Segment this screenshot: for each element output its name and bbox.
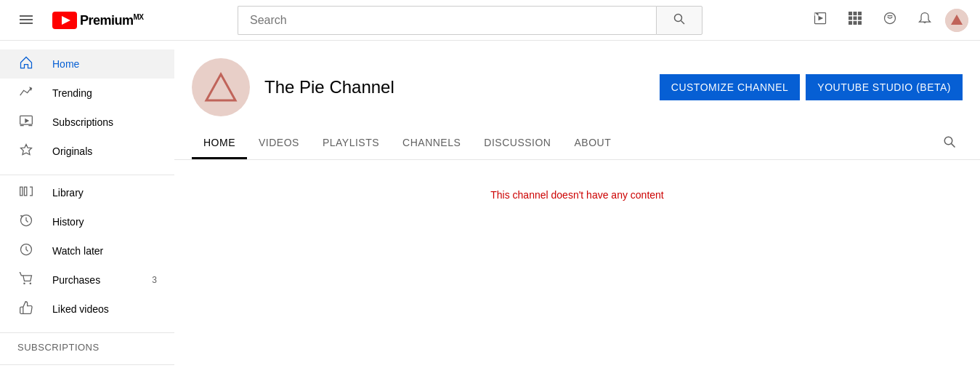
sidebar-item-library[interactable]: Library xyxy=(0,178,174,207)
svg-rect-0 xyxy=(20,15,33,17)
sidebar-item-purchases[interactable]: Purchases 3 xyxy=(0,265,174,295)
svg-rect-19 xyxy=(858,21,862,25)
liked-videos-icon xyxy=(17,300,35,319)
svg-rect-12 xyxy=(854,12,857,15)
subscriptions-icon xyxy=(17,113,35,132)
svg-point-5 xyxy=(675,15,682,22)
sidebar-item-subscriptions-label: Subscriptions xyxy=(52,116,113,128)
youtube-logo-icon xyxy=(52,12,77,29)
menu-button[interactable] xyxy=(12,6,41,35)
messages-icon xyxy=(883,11,897,29)
svg-rect-11 xyxy=(849,12,852,15)
svg-point-37 xyxy=(944,137,952,145)
svg-point-35 xyxy=(30,282,32,284)
subscriptions-section-title: SUBSCRIPTIONS xyxy=(0,336,174,356)
svg-point-34 xyxy=(23,282,25,284)
apps-button[interactable] xyxy=(841,6,870,35)
svg-rect-2 xyxy=(20,23,33,24)
svg-rect-30 xyxy=(20,187,23,196)
brand-name: PremiumMX xyxy=(80,14,144,27)
channel-name: The Pie Channel xyxy=(264,77,394,97)
channel-info: The Pie Channel xyxy=(264,77,394,97)
history-icon xyxy=(17,213,35,231)
channel-header: The Pie Channel CUSTOMIZE CHANNEL YOUTUB… xyxy=(174,41,980,128)
search-input[interactable] xyxy=(238,6,656,35)
channel-actions: CUSTOMIZE CHANNEL YOUTUBE STUDIO (BETA) xyxy=(660,74,963,100)
tab-about[interactable]: ABOUT xyxy=(562,128,623,159)
svg-marker-36 xyxy=(206,74,235,100)
watch-later-icon xyxy=(17,242,35,260)
svg-rect-15 xyxy=(854,17,857,20)
header-right xyxy=(806,6,968,35)
upload-button[interactable] xyxy=(806,6,835,35)
hamburger-icon xyxy=(20,12,33,28)
sidebar-item-purchases-label: Purchases xyxy=(52,274,100,286)
sidebar-item-library-label: Library xyxy=(52,187,84,199)
youtube-studio-button[interactable]: YOUTUBE STUDIO (BETA) xyxy=(806,74,963,100)
sidebar-item-originals-label: Originals xyxy=(52,145,92,157)
channel-tabs: HOME VIDEOS PLAYLISTS CHANNELS DISCUSSIO… xyxy=(174,128,980,160)
search-container xyxy=(238,6,702,35)
tab-playlists[interactable]: PLAYLISTS xyxy=(311,128,391,159)
channel-avatar-icon xyxy=(199,65,243,109)
header-left: PremiumMX xyxy=(12,6,186,35)
main-content: The Pie Channel CUSTOMIZE CHANNEL YOUTUB… xyxy=(174,41,980,368)
channel-avatar xyxy=(192,58,250,116)
sidebar-item-watch-later-label: Watch later xyxy=(52,245,103,257)
bell-icon xyxy=(918,11,932,29)
sidebar-item-watch-later[interactable]: Watch later xyxy=(0,236,174,265)
sidebar-item-home[interactable]: Home xyxy=(0,49,174,79)
svg-rect-14 xyxy=(849,17,852,20)
notifications-button[interactable] xyxy=(910,6,939,35)
tab-search-icon xyxy=(943,135,956,152)
messages-button[interactable] xyxy=(875,6,904,35)
trending-icon xyxy=(17,84,35,103)
sidebar-item-trending-label: Trending xyxy=(52,87,92,99)
svg-rect-17 xyxy=(849,21,852,25)
tab-videos[interactable]: VIDEOS xyxy=(247,128,311,159)
sidebar-section-library: Library History xyxy=(0,178,174,333)
app-body: Home Trending xyxy=(0,41,980,368)
sidebar-item-home-label: Home xyxy=(52,58,79,70)
sidebar-item-history[interactable]: History xyxy=(0,207,174,236)
home-icon xyxy=(17,55,35,73)
svg-marker-26 xyxy=(25,118,29,123)
apps-icon xyxy=(849,12,862,28)
svg-rect-16 xyxy=(858,17,862,20)
svg-marker-8 xyxy=(819,16,824,21)
sidebar: Home Trending xyxy=(0,41,174,368)
sidebar-item-trending[interactable]: Trending xyxy=(0,79,174,108)
sidebar-item-subscriptions[interactable]: Subscriptions xyxy=(0,108,174,137)
svg-rect-18 xyxy=(854,21,857,25)
library-icon xyxy=(17,184,35,202)
svg-rect-13 xyxy=(858,12,862,15)
sidebar-item-liked-videos-label: Liked videos xyxy=(52,303,109,315)
sidebar-item-liked-videos[interactable]: Liked videos xyxy=(0,295,174,324)
svg-line-6 xyxy=(681,21,685,25)
empty-state: This channel doesn't have any content xyxy=(174,160,980,230)
tab-home[interactable]: HOME xyxy=(192,128,247,159)
header: PremiumMX xyxy=(0,0,980,41)
svg-rect-1 xyxy=(20,19,33,20)
sidebar-section-subscriptions: SUBSCRIPTIONS xyxy=(0,336,174,365)
customize-channel-button[interactable]: CUSTOMIZE CHANNEL xyxy=(660,74,800,100)
tab-channels[interactable]: CHANNELS xyxy=(391,128,472,159)
purchases-badge: 3 xyxy=(152,275,157,285)
sidebar-section-main: Home Trending xyxy=(0,49,174,175)
svg-line-38 xyxy=(952,144,955,148)
avatar-icon xyxy=(945,9,968,32)
tab-search-button[interactable] xyxy=(936,131,963,157)
empty-state-text: This channel doesn't have any content xyxy=(490,189,664,201)
search-icon xyxy=(673,13,685,27)
tab-discussion[interactable]: DISCUSSION xyxy=(472,128,562,159)
upload-icon xyxy=(813,11,827,29)
originals-icon xyxy=(17,143,35,161)
logo[interactable]: PremiumMX xyxy=(52,12,144,29)
search-button[interactable] xyxy=(656,6,702,35)
svg-marker-29 xyxy=(21,144,32,154)
user-avatar[interactable] xyxy=(945,9,968,32)
purchases-icon xyxy=(17,271,35,289)
svg-rect-31 xyxy=(25,187,27,196)
sidebar-item-history-label: History xyxy=(52,216,84,228)
sidebar-item-originals[interactable]: Originals xyxy=(0,137,174,166)
